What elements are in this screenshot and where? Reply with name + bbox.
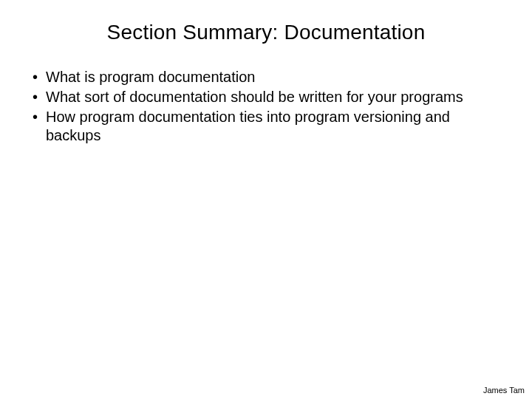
bullet-item: What is program documentation [30, 68, 508, 86]
slide-title: Section Summary: Documentation [24, 21, 508, 44]
bullet-item: How program documentation ties into prog… [30, 108, 508, 145]
bullet-list: What is program documentation What sort … [30, 68, 508, 145]
bullet-item: What sort of documentation should be wri… [30, 88, 508, 106]
slide: Section Summary: Documentation What is p… [0, 0, 532, 399]
author-footer: James Tam [483, 386, 525, 395]
slide-content: What is program documentation What sort … [24, 68, 508, 145]
